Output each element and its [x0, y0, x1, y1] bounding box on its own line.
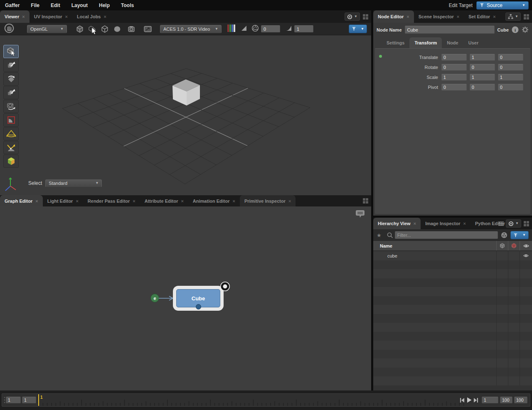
gamma-icon[interactable]	[286, 25, 292, 33]
close-icon[interactable]: ×	[232, 199, 235, 204]
tab-animation-editor[interactable]: Animation Editor×	[188, 195, 240, 206]
scene-item-name[interactable]: cube	[373, 253, 496, 258]
viewer-settings-dropdown[interactable]: ▼	[345, 12, 360, 21]
hamburger-icon[interactable]	[498, 221, 504, 226]
param-field-rotate[interactable]	[498, 64, 523, 71]
display-image-icon[interactable]	[142, 24, 154, 34]
color-bars-icon[interactable]	[227, 24, 236, 34]
close-icon[interactable]: ×	[181, 199, 183, 204]
menu-tools[interactable]: Tools	[121, 2, 134, 8]
tab-node-editor[interactable]: Node Editor×	[373, 10, 414, 23]
menu-help[interactable]: Help	[99, 2, 110, 8]
param-field-translate[interactable]	[470, 54, 495, 61]
close-icon[interactable]: ×	[133, 199, 135, 204]
annotation-icon[interactable]	[355, 210, 365, 218]
param-field-scale[interactable]	[498, 74, 523, 81]
param-field-pivot[interactable]	[498, 84, 523, 91]
grid-layout-icon[interactable]	[523, 14, 530, 20]
tab-viewer[interactable]: Viewer×	[0, 10, 30, 23]
close-icon[interactable]: ×	[463, 221, 466, 226]
param-field-scale[interactable]	[470, 74, 495, 81]
shading-cube-icon[interactable]	[99, 24, 111, 34]
scale-tool[interactable]	[3, 86, 19, 99]
range-end-field[interactable]	[514, 397, 527, 403]
tab-local-jobs[interactable]: Local Jobs×	[72, 10, 111, 23]
exclude-cell[interactable]	[508, 251, 520, 260]
info-icon[interactable]: i	[512, 26, 519, 33]
bound-column-icon[interactable]	[496, 241, 508, 250]
skip-to-start-icon[interactable]	[460, 398, 465, 403]
tab-graph-editor[interactable]: Graph Editor×	[0, 195, 43, 206]
filter-input[interactable]	[395, 231, 498, 239]
exclude-column-icon[interactable]	[508, 241, 520, 250]
eye-icon[interactable]	[523, 254, 529, 258]
close-icon[interactable]: ×	[103, 10, 106, 23]
exposure-icon[interactable]	[241, 25, 247, 33]
tab-attribute-editor[interactable]: Attribute Editor×	[140, 195, 188, 206]
visibility-column-icon[interactable]	[520, 241, 532, 250]
menu-edit[interactable]: Edit	[51, 2, 60, 8]
tab-image-inspector[interactable]: Image Inspector×	[421, 218, 470, 229]
param-field-translate[interactable]	[441, 54, 467, 61]
param-field-rotate[interactable]	[441, 64, 467, 71]
gear-icon[interactable]	[522, 26, 529, 33]
close-icon[interactable]: ×	[22, 10, 25, 23]
viewer-pin-dropdown[interactable]: ▼	[349, 25, 367, 33]
menu-layout[interactable]: Layout	[71, 2, 88, 8]
subtab-transform[interactable]: Transform	[409, 37, 442, 48]
shading-sphere-icon[interactable]	[111, 24, 123, 34]
subtab-user[interactable]: User	[463, 37, 483, 48]
param-field-scale[interactable]	[441, 74, 467, 81]
visibility-cell[interactable]	[520, 251, 532, 260]
pan-hand-icon[interactable]	[4, 23, 15, 35]
menu-gaffer[interactable]: Gaffer	[5, 2, 20, 8]
node-editor-mode-dropdown[interactable]: ▼	[505, 12, 521, 21]
param-field-pivot[interactable]	[441, 84, 467, 91]
renderer-dropdown[interactable]: OpenGL ▼	[27, 25, 67, 33]
columns-menu-icon[interactable]	[501, 232, 507, 238]
tab-set-editor[interactable]: Set Editor×	[464, 10, 500, 23]
star-icon[interactable]: ★	[377, 232, 382, 238]
close-icon[interactable]: ×	[35, 199, 38, 204]
hierarchy-pin-dropdown[interactable]: ▼	[510, 231, 529, 239]
play-icon[interactable]	[467, 397, 472, 403]
node-output-port[interactable]	[196, 304, 201, 309]
select-mode-dropdown[interactable]: Standard ▼	[45, 179, 102, 187]
select-tool[interactable]	[3, 45, 19, 58]
scene-row-cube[interactable]: cube	[373, 251, 532, 260]
translate-tool[interactable]	[3, 59, 19, 72]
viewport-3d[interactable]: Select Standard ▼	[0, 36, 371, 195]
playhead[interactable]	[38, 394, 39, 406]
rotate-tool[interactable]	[3, 72, 19, 86]
subtab-node[interactable]: Node	[442, 37, 463, 48]
hierarchy-settings-dropdown[interactable]: ▼	[506, 219, 521, 228]
close-icon[interactable]: ×	[493, 14, 495, 19]
close-icon[interactable]: ×	[457, 14, 459, 19]
grid-layout-icon[interactable]	[362, 14, 369, 20]
edit-target-dropdown[interactable]: Source ▼	[476, 1, 529, 10]
param-field-pivot[interactable]	[470, 84, 495, 91]
shading-solid-icon[interactable]	[74, 24, 86, 34]
scene-geometry-tool[interactable]	[3, 155, 19, 168]
menu-file[interactable]: File	[31, 2, 39, 8]
tab-light-editor[interactable]: Light Editor×	[43, 195, 83, 206]
tab-primitive-inspector[interactable]: Primitive Inspector×	[240, 195, 296, 206]
frame-ruler[interactable]	[2, 394, 530, 406]
node-name-input[interactable]	[405, 26, 495, 34]
close-icon[interactable]: ×	[414, 221, 416, 226]
timeline-track[interactable]: 1	[2, 393, 530, 407]
tab-render-pass-editor[interactable]: Render Pass Editor×	[83, 195, 140, 206]
tab-uv-inspector[interactable]: UV Inspector×	[30, 10, 72, 23]
connected-plug-dot[interactable]	[379, 55, 382, 58]
camera-icon[interactable]	[126, 24, 138, 34]
close-icon[interactable]: ×	[65, 10, 68, 23]
gamma-field[interactable]	[294, 25, 313, 32]
exposure-field[interactable]	[261, 25, 280, 32]
name-column-header[interactable]: Name	[373, 243, 496, 248]
close-icon[interactable]: ×	[288, 199, 291, 204]
bound-cell[interactable]	[496, 251, 508, 260]
node-input-plug[interactable]: e	[150, 294, 159, 302]
light-tool[interactable]	[3, 127, 19, 140]
crop-window-tool[interactable]	[3, 113, 19, 127]
inner-end-field[interactable]	[500, 397, 512, 403]
